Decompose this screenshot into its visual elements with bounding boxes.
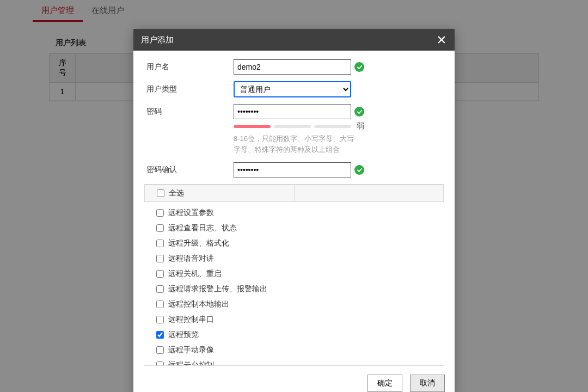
permission-checkbox[interactable] (156, 209, 164, 217)
permission-label: 远程设置参数 (168, 208, 214, 218)
permission-label: 远程关机、重启 (168, 269, 222, 279)
cancel-button[interactable]: 取消 (410, 375, 445, 392)
strength-bar-3 (314, 125, 351, 128)
permission-checkbox[interactable] (156, 255, 164, 262)
permission-item[interactable]: 远程预览 (144, 327, 444, 342)
permission-checkbox[interactable] (156, 285, 164, 293)
permission-checkbox[interactable] (156, 301, 164, 308)
permission-label: 远程控制本地输出 (168, 299, 229, 309)
permission-label: 远程手动录像 (168, 345, 214, 355)
strength-bar-2 (274, 125, 311, 128)
permission-item[interactable]: 远程控制串口 (144, 312, 444, 327)
password-input[interactable] (234, 104, 351, 119)
permission-checkbox[interactable] (156, 316, 164, 323)
permission-label: 远程查看日志、状态 (168, 223, 237, 233)
permission-item[interactable]: 远程云台控制 (144, 358, 444, 365)
confirm-input[interactable] (234, 162, 351, 177)
permission-label: 远程云台控制 (168, 360, 214, 365)
add-user-modal: 用户添加 用户名 用户类型 普通用户 (133, 29, 455, 392)
permission-item[interactable]: 远程语音对讲 (144, 251, 444, 266)
permission-item[interactable]: 远程查看日志、状态 (144, 220, 444, 236)
ok-button[interactable]: 确定 (367, 375, 402, 392)
strength-bar-1 (234, 125, 271, 128)
permission-checkbox[interactable] (156, 362, 164, 365)
select-all-label: 全选 (169, 188, 184, 198)
close-icon[interactable] (435, 33, 448, 46)
username-input[interactable] (234, 59, 351, 75)
permission-item[interactable]: 远程升级、格式化 (144, 236, 444, 251)
modal-overlay: 用户添加 用户名 用户类型 普通用户 (0, 0, 588, 392)
permission-item[interactable]: 远程设置参数 (144, 205, 444, 220)
label-username: 用户名 (144, 62, 234, 72)
permission-item[interactable]: 远程请求报警上传、报警输出 (144, 281, 444, 297)
permission-label: 远程控制串口 (168, 315, 214, 324)
permission-label: 远程请求报警上传、报警输出 (168, 284, 267, 294)
permission-label: 远程语音对讲 (168, 254, 214, 264)
check-icon (354, 107, 364, 117)
permission-checkbox[interactable] (156, 240, 164, 247)
permission-item[interactable]: 远程关机、重启 (144, 266, 444, 281)
permission-label: 远程预览 (168, 330, 199, 340)
permission-checkbox[interactable] (156, 331, 164, 339)
label-password: 密码 (144, 107, 234, 117)
label-usertype: 用户类型 (144, 84, 234, 94)
usertype-select[interactable]: 普通用户 (234, 81, 351, 97)
check-icon (354, 62, 364, 72)
permission-item[interactable]: 远程控制本地输出 (144, 297, 444, 312)
permission-checkbox[interactable] (156, 270, 164, 278)
permission-item[interactable]: 远程手动录像 (144, 342, 444, 358)
permission-checkbox[interactable] (156, 224, 164, 232)
permission-checkbox[interactable] (156, 346, 164, 354)
label-confirm: 密码确认 (144, 165, 234, 175)
permission-label: 远程升级、格式化 (168, 238, 229, 248)
strength-label: 弱 (357, 121, 364, 131)
password-hint: 8-16位，只能用数字、小写字母、大写字母、特殊字符的两种及以上组合 (234, 133, 359, 155)
permissions-table: 全选 远程设置参数远程查看日志、状态远程升级、格式化远程语音对讲远程关机、重启远… (144, 184, 444, 366)
check-icon (354, 165, 364, 175)
select-all-checkbox[interactable] (157, 189, 164, 197)
modal-title: 用户添加 (141, 35, 174, 45)
